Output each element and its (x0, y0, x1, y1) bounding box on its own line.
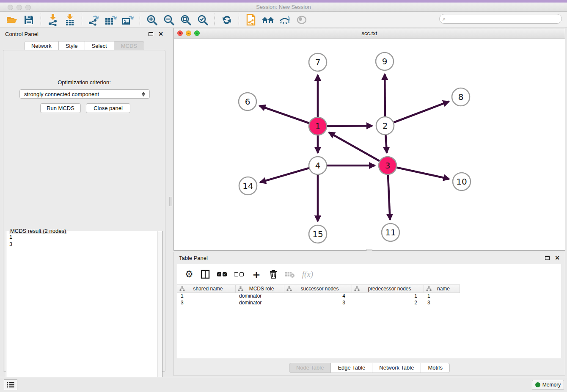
graph-edge-3-1[interactable] (329, 133, 380, 162)
graph-edge-3-10[interactable] (396, 167, 449, 179)
graph-edge-2-8[interactable] (393, 102, 449, 123)
table-tabs: Node TableEdge TableNetwork TableMotifs (174, 363, 565, 373)
column-header-successor-nodes[interactable]: successor nodes (284, 285, 352, 293)
window-controls[interactable] (8, 4, 34, 12)
delete-table-icon[interactable] (285, 271, 295, 278)
run-mcds-button[interactable]: Run MCDS (40, 103, 81, 113)
cell-name[interactable]: 3 (424, 300, 460, 306)
select-all-columns-icon[interactable]: ✓✓ (217, 272, 227, 276)
hide-selected-icon[interactable] (276, 13, 293, 27)
graph-node-2[interactable]: 2 (376, 117, 394, 135)
open-session-icon[interactable] (3, 13, 20, 27)
table-row[interactable]: 1dominator411 (177, 293, 460, 300)
apply-layout-icon[interactable] (218, 13, 235, 27)
deselect-all-columns-icon[interactable] (234, 272, 244, 276)
cell-shared-name[interactable]: 3 (177, 300, 236, 306)
cell-successor-nodes[interactable]: 3 (284, 300, 352, 306)
column-header-predecessor-nodes[interactable]: predecessor nodes (352, 285, 424, 293)
optimization-criterion-select[interactable]: strongly connected component (19, 89, 150, 99)
cell-name[interactable]: 1 (424, 293, 460, 300)
first-neighbors-icon[interactable] (259, 13, 276, 27)
column-header-shared-name[interactable]: shared name (177, 285, 236, 293)
delete-row-icon[interactable] (269, 270, 278, 279)
zoom-in-icon[interactable] (143, 13, 160, 27)
toolbar-separator (215, 14, 215, 26)
cell-shared-name[interactable]: 1 (177, 293, 236, 300)
close-panel-button[interactable]: Close panel (86, 103, 130, 113)
result-scrollbar[interactable] (157, 231, 162, 390)
cell-mcds-role[interactable]: dominator (236, 293, 284, 300)
graph-node-1[interactable]: 1 (309, 117, 327, 135)
graph-node-15[interactable]: 15 (309, 225, 327, 243)
table-toolbar: ⚙ ✓✓ ＋ f(x) (177, 264, 561, 284)
graph-node-label: 6 (245, 97, 250, 107)
table-row[interactable]: 3dominator323 (177, 300, 460, 306)
import-network-icon[interactable] (44, 13, 61, 27)
graph-edge-1-6[interactable] (259, 106, 310, 124)
graph-node-3[interactable]: 3 (379, 157, 396, 174)
graph-node-8[interactable]: 8 (452, 88, 470, 106)
tab-node-table[interactable]: Node Table (289, 363, 331, 373)
export-image-icon[interactable] (119, 13, 136, 27)
import-table-icon[interactable] (61, 13, 78, 27)
window-title: Session: New Session (0, 3, 567, 11)
splitter-grip[interactable] (169, 197, 172, 206)
add-row-icon[interactable]: ＋ (251, 267, 262, 282)
zoom-selected-icon[interactable] (194, 13, 211, 27)
tab-motifs[interactable]: Motifs (421, 363, 450, 373)
network-maximize-icon[interactable]: + (194, 30, 200, 36)
minimize-window-icon[interactable] (17, 5, 22, 10)
graph-node-4[interactable]: 4 (309, 157, 327, 174)
cell-predecessor-nodes[interactable]: 1 (352, 293, 424, 300)
float-panel-icon[interactable] (149, 32, 153, 36)
cell-mcds-role[interactable]: dominator (236, 300, 284, 306)
graph-edge-1-2[interactable] (326, 126, 372, 126)
graph-edge-2-3[interactable] (385, 134, 387, 153)
graph-edge-4-14[interactable] (260, 168, 310, 182)
maximize-window-icon[interactable] (25, 5, 31, 10)
graph-node-label: 7 (315, 57, 321, 67)
mcds-result-text[interactable]: 1 3 (7, 232, 157, 390)
network-close-icon[interactable]: ✕ (177, 30, 183, 36)
export-network-icon[interactable] (85, 13, 102, 27)
optimization-criterion-label: Optimization criterion: (3, 79, 165, 86)
memory-button[interactable]: Memory (532, 380, 564, 390)
column-header-name[interactable]: name (424, 285, 460, 293)
close-panel-icon[interactable]: ✕ (158, 30, 163, 37)
task-history-button[interactable] (4, 379, 17, 390)
graph-node-14[interactable]: 14 (239, 177, 257, 195)
graph-edge-2-9[interactable] (385, 74, 385, 118)
export-table-icon[interactable] (102, 13, 119, 27)
column-header-mcds-role[interactable]: MCDS role (236, 285, 284, 293)
network-search: ⌕ (439, 14, 562, 24)
function-builder-icon[interactable]: f(x) (302, 270, 313, 279)
network-canvas[interactable]: 1234678910111415 (174, 39, 565, 250)
graph-edge-3-11[interactable] (388, 174, 390, 220)
float-table-panel-icon[interactable] (545, 256, 550, 260)
vertical-splitter[interactable] (168, 28, 173, 373)
graph-node-6[interactable]: 6 (239, 93, 256, 110)
copy-network-icon[interactable] (242, 13, 259, 27)
network-minimize-icon[interactable]: − (186, 30, 191, 36)
search-input[interactable] (439, 14, 562, 24)
show-column-icon[interactable] (201, 270, 210, 279)
network-window-titlebar[interactable]: ✕ − + scc.txt (174, 28, 565, 39)
zoom-fit-icon[interactable] (177, 13, 194, 27)
table-settings-icon[interactable]: ⚙ (185, 269, 193, 280)
cell-successor-nodes[interactable]: 4 (284, 293, 352, 300)
graph-node-9[interactable]: 9 (376, 52, 394, 70)
graph-node-11[interactable]: 11 (382, 224, 399, 241)
close-window-icon[interactable] (8, 5, 13, 10)
save-session-icon[interactable] (20, 13, 37, 27)
graph-node-label: 11 (385, 227, 396, 237)
cell-predecessor-nodes[interactable]: 2 (352, 300, 424, 306)
tab-network-table[interactable]: Network Table (372, 363, 421, 373)
app-titlebar: Session: New Session (0, 3, 567, 12)
graph-node-10[interactable]: 10 (453, 173, 471, 190)
close-table-panel-icon[interactable]: ✕ (555, 254, 560, 261)
show-all-icon[interactable] (293, 13, 310, 27)
tab-edge-table[interactable]: Edge Table (331, 363, 372, 373)
graph-node-7[interactable]: 7 (309, 53, 327, 71)
zoom-out-icon[interactable] (160, 13, 177, 27)
horizontal-splitter-grip[interactable] (366, 249, 372, 251)
